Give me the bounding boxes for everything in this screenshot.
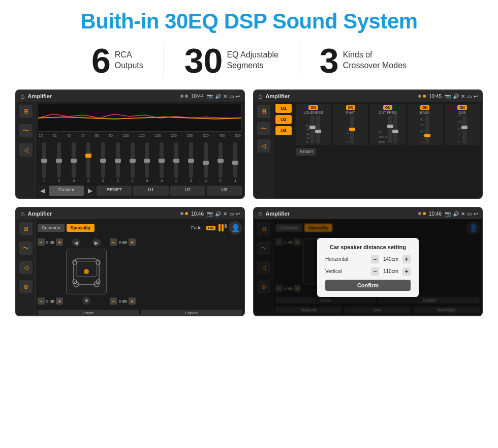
confirm-button[interactable]: Confirm bbox=[325, 280, 411, 291]
speaker-btn[interactable]: ◁ bbox=[19, 143, 33, 157]
u1-btn[interactable]: U1 bbox=[133, 186, 168, 196]
screen-fader: ⌂ Amplifier 10:46 📷 🔊 ✕ ▭ ↩ ⊞ 〜 bbox=[15, 207, 245, 316]
phat-on[interactable]: ON bbox=[346, 105, 356, 110]
screen4-body: ⊞ 〜 ◁ ⊕ Common Specialty 👤 bbox=[254, 219, 482, 315]
screen2-title: Amplifier bbox=[265, 93, 415, 99]
camera-icon4: 📷 bbox=[445, 211, 451, 217]
wave-btn[interactable]: 〜 bbox=[19, 124, 33, 137]
window-icon2: ▭ bbox=[467, 94, 472, 99]
dot4 bbox=[423, 95, 426, 98]
u3-btn[interactable]: U3 bbox=[207, 186, 242, 196]
home-icon2[interactable]: ⌂ bbox=[258, 92, 262, 100]
u2-btn[interactable]: U2 bbox=[170, 186, 205, 196]
back-icon4[interactable]: ↩ bbox=[474, 211, 478, 217]
nav-dn[interactable]: ▼ bbox=[82, 296, 90, 305]
screen4-statusbar: ⌂ Amplifier 10:46 📷 🔊 ✕ ▭ ↩ bbox=[254, 208, 482, 219]
rr-minus[interactable]: − bbox=[110, 297, 117, 305]
status-icons4: 📷 🔊 ✕ ▭ ↩ bbox=[445, 211, 478, 217]
home-icon3[interactable]: ⌂ bbox=[20, 210, 24, 218]
bass-on[interactable]: ON bbox=[420, 105, 430, 110]
left-controls: − 0 dB + − 0 dB + bbox=[38, 238, 63, 305]
nav-up-left[interactable]: ◀ bbox=[72, 238, 80, 247]
u2-select[interactable]: U2 bbox=[275, 115, 292, 124]
driver-btn[interactable]: Driver bbox=[38, 310, 139, 316]
fr-plus[interactable]: + bbox=[129, 238, 136, 246]
screen-eq: ⌂ Amplifier 10:44 📷 🔊 ✕ ▭ ↩ ⊞ 〜 bbox=[15, 89, 245, 199]
prev-arrow[interactable]: ◀ bbox=[38, 186, 47, 196]
dot5 bbox=[180, 212, 183, 215]
close-icon4[interactable]: ✕ bbox=[461, 211, 465, 217]
back-icon2[interactable]: ↩ bbox=[474, 94, 478, 99]
eq-slider-3: 5 bbox=[82, 142, 96, 183]
dot8 bbox=[423, 212, 426, 215]
screen3-title: Amplifier bbox=[27, 211, 177, 217]
bass-module: ON BASS 3.02.52.01.51.0 bbox=[408, 104, 443, 145]
mode-sidebar3: ⊞ 〜 ◁ ⊕ bbox=[16, 219, 36, 315]
u1-select[interactable]: U1 bbox=[275, 104, 292, 113]
rl-plus[interactable]: + bbox=[56, 297, 63, 305]
eq-slider-7: 0 bbox=[140, 142, 154, 183]
vertical-minus[interactable]: − bbox=[371, 267, 379, 276]
car-layout-area: − 0 dB + − 0 dB + bbox=[38, 236, 242, 307]
u3-select[interactable]: U3 bbox=[275, 126, 292, 135]
next-arrow[interactable]: ▶ bbox=[85, 186, 95, 196]
vertical-plus[interactable]: + bbox=[402, 267, 411, 276]
close-icon[interactable]: ✕ bbox=[223, 94, 227, 99]
mode-tabs3: Common Specialty Fader ON 👤 bbox=[38, 221, 242, 234]
profile-icon3[interactable]: 👤 bbox=[229, 221, 242, 234]
fl-plus[interactable]: + bbox=[56, 238, 63, 246]
eq-side-controls: ⊞ 〜 ◁ bbox=[16, 102, 36, 198]
home-icon[interactable]: ⌂ bbox=[20, 92, 24, 100]
loudness-on[interactable]: ON bbox=[308, 105, 318, 110]
eq-slider-12: 0 bbox=[213, 142, 227, 183]
horizontal-minus[interactable]: − bbox=[371, 255, 379, 263]
eq-btn3[interactable]: ⊞ bbox=[19, 222, 33, 235]
bottom-labels3: Driver Copilot bbox=[38, 310, 242, 316]
speaker-btn2[interactable]: ◁ bbox=[257, 139, 270, 153]
sub-on[interactable]: ON bbox=[457, 105, 467, 110]
fr-minus[interactable]: − bbox=[110, 238, 117, 246]
rl-minus[interactable]: − bbox=[38, 297, 45, 305]
equalizer-btn[interactable]: ⊞ bbox=[19, 105, 33, 118]
screens-grid: ⌂ Amplifier 10:44 📷 🔊 ✕ ▭ ↩ ⊞ 〜 bbox=[15, 89, 483, 316]
stat-crossover-number: 3 bbox=[320, 43, 339, 78]
reset-btn[interactable]: RESET bbox=[97, 186, 132, 196]
wave-btn2[interactable]: 〜 bbox=[257, 122, 270, 135]
home-icon4[interactable]: ⌂ bbox=[258, 210, 262, 218]
page-title: Buith-in 30EQ DSP Sound System bbox=[80, 9, 417, 34]
svg-point-8 bbox=[84, 269, 89, 274]
back-icon3[interactable]: ↩ bbox=[236, 211, 240, 217]
fl-minus[interactable]: − bbox=[38, 238, 45, 246]
screen-dialog: ⌂ Amplifier 10:46 📷 🔊 ✕ ▭ ↩ bbox=[253, 207, 483, 316]
close-icon2[interactable]: ✕ bbox=[461, 94, 465, 99]
screen2-body: ⊞ 〜 ◁ U1 U2 U3 ON LOUDNESS bbox=[254, 102, 482, 198]
fr-db-ctrl: − 0 dB + bbox=[110, 238, 135, 246]
dot7 bbox=[418, 212, 421, 215]
common-tab[interactable]: Common bbox=[38, 224, 65, 232]
custom-btn[interactable]: Custom bbox=[49, 186, 84, 196]
cutfreq-on[interactable]: ON bbox=[383, 105, 393, 110]
status-indicators bbox=[180, 95, 188, 98]
balance-btn3[interactable]: ◁ bbox=[19, 261, 33, 274]
rr-plus[interactable]: + bbox=[129, 297, 136, 305]
car-diagram-area: ◀ ▶ bbox=[66, 238, 107, 305]
specialty-tab[interactable]: Specialty bbox=[67, 224, 95, 232]
eq-sliders: 0 0 0 5 bbox=[38, 139, 242, 185]
nav-up-right[interactable]: ▶ bbox=[92, 238, 101, 247]
eq-slider-13: -1 bbox=[228, 142, 242, 183]
status-icons3: 📷 🔊 ✕ ▭ ↩ bbox=[207, 211, 240, 217]
wave-btn3[interactable]: 〜 bbox=[19, 242, 33, 255]
stat-rca-text: RCA Outputs bbox=[115, 50, 143, 71]
copilot-btn[interactable]: Copilot bbox=[141, 310, 242, 316]
vertical-row: Vertical − 110cm + bbox=[325, 267, 411, 276]
volume-icon: 🔊 bbox=[215, 94, 221, 99]
stat-eq-number: 30 bbox=[184, 43, 223, 78]
equalizer-btn2[interactable]: ⊞ bbox=[257, 105, 270, 118]
amp-reset-btn[interactable]: RESET bbox=[296, 148, 316, 156]
car-diagram bbox=[66, 249, 107, 294]
horizontal-plus[interactable]: + bbox=[402, 255, 411, 263]
back-icon[interactable]: ↩ bbox=[236, 94, 240, 99]
close-icon3[interactable]: ✕ bbox=[223, 211, 227, 217]
bottom-nav-row: ▼ bbox=[66, 296, 107, 305]
adjust-btn3[interactable]: ⊕ bbox=[19, 280, 33, 293]
